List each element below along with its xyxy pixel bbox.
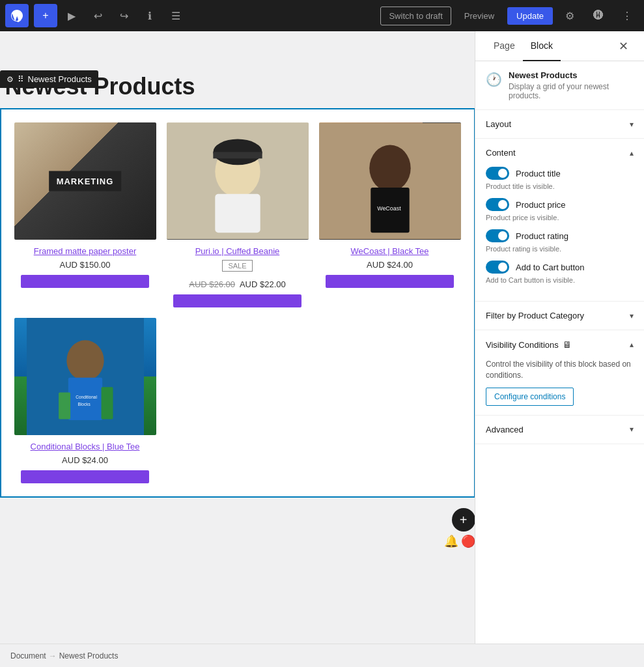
visibility-desc: Control the visibility of this block bas… bbox=[486, 359, 634, 381]
content-section: Content ▴ Product title Product title is… bbox=[475, 139, 644, 302]
product-price-2: AUD $26.00 AUD $22.00 bbox=[189, 279, 286, 289]
add-to-cart-desc: Add to Cart button is visible. bbox=[486, 276, 634, 284]
svg-text:WeCoast: WeCoast bbox=[377, 205, 401, 212]
undo-btn[interactable]: ↩ bbox=[86, 4, 109, 27]
advanced-label: Advanced bbox=[486, 425, 524, 434]
visibility-accordion-header[interactable]: Visibility Conditions 🖥 ▴ bbox=[475, 330, 644, 359]
visibility-icon: 🖥 bbox=[563, 339, 572, 350]
page-title-area: ⚙ ⠿ Newest Products Newest Products bbox=[0, 44, 475, 103]
svg-rect-14 bbox=[59, 393, 70, 419]
add-to-cart-btn-2[interactable] bbox=[173, 294, 301, 307]
product-title-label: Product title bbox=[516, 169, 561, 178]
switch-draft-button[interactable]: Switch to draft bbox=[380, 7, 451, 25]
block-header-bar: ⚙ ⠿ Newest Products bbox=[0, 70, 98, 88]
product-title-toggle[interactable] bbox=[486, 167, 509, 180]
product-card-2: Puri.io | Cuffed Beanie SALE AUD $26.00 … bbox=[167, 122, 309, 307]
toolbar: + ▶ ↩ ↪ ℹ ☰ Switch to draft Preview Upda… bbox=[0, 0, 644, 31]
tab-block[interactable]: Block bbox=[523, 31, 561, 61]
layout-chevron: ▾ bbox=[630, 120, 634, 129]
tab-page[interactable]: Page bbox=[486, 31, 523, 61]
status-document[interactable]: Document bbox=[10, 651, 46, 660]
visibility-accordion-body: Control the visibility of this block bas… bbox=[475, 359, 644, 415]
product-card-3: WeCoast WeCoast | Black Tee AUD $24.00 bbox=[319, 122, 461, 307]
redo-btn[interactable]: ↪ bbox=[112, 4, 135, 27]
content-accordion-body: Product title Product title is visible. … bbox=[475, 167, 644, 301]
add-to-cart-label: Add to Cart button bbox=[516, 263, 585, 272]
product-card-4: Conditional Blocks Conditional Blocks | … bbox=[14, 318, 156, 483]
info-btn[interactable]: ℹ bbox=[138, 4, 161, 27]
block-info-desc: Display a grid of your newest products. bbox=[509, 82, 634, 100]
notification-icon-2: 🔴 bbox=[461, 534, 475, 548]
product-price-toggle[interactable] bbox=[486, 198, 509, 211]
svg-point-6 bbox=[369, 145, 410, 192]
product-title-desc: Product title is visible. bbox=[486, 182, 634, 190]
svg-rect-4 bbox=[213, 152, 262, 158]
add-to-cart-btn-1[interactable] bbox=[21, 275, 148, 288]
product-title-3[interactable]: WeCoast | Black Tee bbox=[351, 246, 429, 256]
product-title-row: Product title bbox=[486, 167, 634, 180]
add-to-cart-btn-3[interactable] bbox=[326, 275, 453, 288]
svg-text:Blocks: Blocks bbox=[77, 402, 91, 406]
product-image-1: MARKETING bbox=[14, 122, 156, 240]
wp-logo[interactable] bbox=[5, 4, 29, 27]
select-tool-btn[interactable]: ▶ bbox=[60, 4, 83, 27]
block-info: 🕐 Newest Products Display a grid of your… bbox=[475, 61, 644, 110]
product-card-1: MARKETING Framed matte paper poster AUD … bbox=[14, 122, 156, 307]
svg-text:Conditional: Conditional bbox=[76, 395, 97, 399]
list-view-btn[interactable]: ☰ bbox=[164, 4, 188, 27]
content-accordion-header[interactable]: Content ▴ bbox=[475, 139, 644, 167]
sidebar-tabs: Page Block ✕ bbox=[475, 31, 644, 61]
main-area: ⚙ ⠿ Newest Products Newest Products MARK… bbox=[0, 31, 644, 644]
add-block-canvas-btn[interactable]: + bbox=[452, 508, 475, 532]
status-block: Newest Products bbox=[59, 651, 119, 660]
notification-icon-1: 🔔 bbox=[444, 534, 458, 548]
filter-accordion-header[interactable]: Filter by Product Category ▾ bbox=[475, 302, 644, 330]
add-to-cart-toggle[interactable] bbox=[486, 261, 509, 274]
product-image-3: WeCoast bbox=[319, 122, 461, 240]
content-chevron: ▴ bbox=[630, 149, 634, 158]
canvas-area: ⚙ ⠿ Newest Products Newest Products MARK… bbox=[0, 31, 475, 644]
product-title-1[interactable]: Framed matte paper poster bbox=[34, 246, 137, 256]
block-info-icon: 🕐 bbox=[486, 72, 502, 87]
update-button[interactable]: Update bbox=[507, 7, 553, 25]
configure-conditions-btn[interactable]: Configure conditions bbox=[486, 388, 574, 406]
block-info-title: Newest Products bbox=[509, 70, 634, 80]
add-to-cart-row: Add to Cart button bbox=[486, 261, 634, 274]
svg-point-3 bbox=[213, 139, 262, 165]
woocommerce-icon-btn[interactable]: 🅦 bbox=[587, 4, 610, 27]
product-rating-label: Product rating bbox=[516, 231, 568, 241]
block-drag-handle[interactable]: ⠿ bbox=[18, 74, 24, 84]
product-price-3: AUD $24.00 bbox=[367, 260, 413, 270]
product-block: MARKETING Framed matte paper poster AUD … bbox=[0, 108, 475, 498]
svg-rect-2 bbox=[215, 194, 260, 233]
advanced-section: Advanced ▾ bbox=[475, 416, 644, 444]
visibility-label: Visibility Conditions bbox=[486, 340, 559, 350]
product-price-desc: Product price is visible. bbox=[486, 214, 634, 221]
visibility-header-row: Visibility Conditions 🖥 bbox=[486, 339, 572, 350]
product-price-1: AUD $150.00 bbox=[59, 260, 110, 270]
product-grid-row2: Conditional Blocks Conditional Blocks | … bbox=[14, 318, 461, 483]
layout-label: Layout bbox=[486, 119, 511, 129]
filter-section: Filter by Product Category ▾ bbox=[475, 302, 644, 330]
sidebar-close-btn[interactable]: ✕ bbox=[613, 31, 634, 61]
preview-button[interactable]: Preview bbox=[456, 7, 502, 25]
add-block-toolbar-btn[interactable]: + bbox=[34, 4, 57, 27]
product-grid-row1: MARKETING Framed matte paper poster AUD … bbox=[14, 122, 461, 307]
settings-icon-btn[interactable]: ⚙ bbox=[558, 4, 581, 27]
product-title-2[interactable]: Puri.io | Cuffed Beanie bbox=[195, 246, 280, 256]
content-label: Content bbox=[486, 148, 516, 158]
layout-accordion-header[interactable]: Layout ▾ bbox=[475, 110, 644, 138]
svg-point-10 bbox=[66, 340, 104, 380]
block-name-label: Newest Products bbox=[28, 74, 92, 84]
add-to-cart-btn-4[interactable] bbox=[21, 470, 148, 483]
product-image-4: Conditional Blocks bbox=[14, 318, 156, 435]
product-image-2 bbox=[167, 122, 309, 240]
advanced-accordion-header[interactable]: Advanced ▾ bbox=[475, 416, 644, 444]
product-rating-toggle[interactable] bbox=[486, 229, 509, 242]
more-options-btn[interactable]: ⋮ bbox=[615, 4, 639, 27]
product-title-4[interactable]: Conditional Blocks | Blue Tee bbox=[31, 442, 140, 451]
status-separator: → bbox=[49, 651, 57, 660]
layout-section: Layout ▾ bbox=[475, 110, 644, 139]
block-icon: ⚙ bbox=[7, 75, 14, 84]
visibility-chevron: ▴ bbox=[630, 340, 634, 349]
